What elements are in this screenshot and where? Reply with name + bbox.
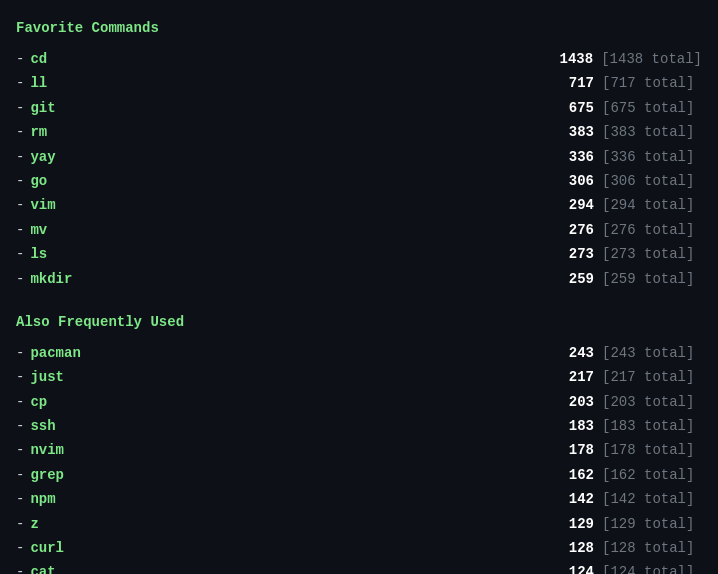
command-name: pacman	[30, 342, 544, 364]
dash-symbol: -	[16, 170, 24, 192]
also-frequently-used-title: Also Frequently Used	[16, 314, 702, 330]
dash-symbol: -	[16, 219, 24, 241]
dash-symbol: -	[16, 366, 24, 388]
dash-symbol: -	[16, 537, 24, 559]
command-total: [306 total]	[602, 170, 702, 192]
command-total: [243 total]	[602, 342, 702, 364]
table-row: -go306[306 total]	[16, 170, 702, 192]
command-count: 217	[544, 366, 594, 388]
table-row: -git675[675 total]	[16, 97, 702, 119]
command-name: git	[30, 97, 544, 119]
command-total: [717 total]	[602, 72, 702, 94]
table-row: -rm383[383 total]	[16, 121, 702, 143]
command-total: [294 total]	[602, 194, 702, 216]
command-count: 383	[544, 121, 594, 143]
table-row: -npm142[142 total]	[16, 488, 702, 510]
command-total: [1438 total]	[601, 48, 702, 70]
command-name: cp	[30, 391, 544, 413]
command-total: [124 total]	[602, 561, 702, 574]
dash-symbol: -	[16, 121, 24, 143]
favorite-commands-list: -cd1438[1438 total]-ll717[717 total]-git…	[16, 48, 702, 290]
dash-symbol: -	[16, 243, 24, 265]
command-count: 336	[544, 146, 594, 168]
command-count: 306	[544, 170, 594, 192]
also-section: Also Frequently Used -pacman243[243 tota…	[16, 314, 702, 574]
table-row: -mkdir259[259 total]	[16, 268, 702, 290]
command-total: [336 total]	[602, 146, 702, 168]
command-count: 129	[544, 513, 594, 535]
table-row: -nvim178[178 total]	[16, 439, 702, 461]
table-row: -z129[129 total]	[16, 513, 702, 535]
table-row: -mv276[276 total]	[16, 219, 702, 241]
dash-symbol: -	[16, 268, 24, 290]
command-count: 273	[544, 243, 594, 265]
table-row: -cp203[203 total]	[16, 391, 702, 413]
dash-symbol: -	[16, 464, 24, 486]
table-row: -ssh183[183 total]	[16, 415, 702, 437]
command-name: z	[30, 513, 544, 535]
table-row: -cat124[124 total]	[16, 561, 702, 574]
command-total: [383 total]	[602, 121, 702, 143]
command-name: npm	[30, 488, 544, 510]
dash-symbol: -	[16, 194, 24, 216]
command-total: [203 total]	[602, 391, 702, 413]
command-count: 276	[544, 219, 594, 241]
command-count: 717	[544, 72, 594, 94]
dash-symbol: -	[16, 415, 24, 437]
command-total: [675 total]	[602, 97, 702, 119]
command-name: ssh	[30, 415, 544, 437]
command-total: [128 total]	[602, 537, 702, 559]
dash-symbol: -	[16, 513, 24, 535]
command-name: go	[30, 170, 544, 192]
dash-symbol: -	[16, 439, 24, 461]
command-name: cat	[30, 561, 544, 574]
dash-symbol: -	[16, 342, 24, 364]
command-name: mkdir	[30, 268, 544, 290]
command-name: just	[30, 366, 544, 388]
command-name: cd	[30, 48, 543, 70]
command-name: nvim	[30, 439, 544, 461]
command-count: 259	[544, 268, 594, 290]
dash-symbol: -	[16, 146, 24, 168]
table-row: -grep162[162 total]	[16, 464, 702, 486]
dash-symbol: -	[16, 488, 24, 510]
table-row: -curl128[128 total]	[16, 537, 702, 559]
command-name: ls	[30, 243, 544, 265]
table-row: -pacman243[243 total]	[16, 342, 702, 364]
dash-symbol: -	[16, 391, 24, 413]
command-name: rm	[30, 121, 544, 143]
page-container: Favorite Commands -cd1438[1438 total]-ll…	[16, 20, 702, 574]
command-count: 675	[544, 97, 594, 119]
command-count: 178	[544, 439, 594, 461]
command-name: curl	[30, 537, 544, 559]
command-count: 294	[544, 194, 594, 216]
dash-symbol: -	[16, 72, 24, 94]
command-total: [273 total]	[602, 243, 702, 265]
table-row: -ll717[717 total]	[16, 72, 702, 94]
command-count: 203	[544, 391, 594, 413]
command-total: [162 total]	[602, 464, 702, 486]
command-count: 142	[544, 488, 594, 510]
table-row: -cd1438[1438 total]	[16, 48, 702, 70]
command-count: 124	[544, 561, 594, 574]
command-total: [259 total]	[602, 268, 702, 290]
command-total: [183 total]	[602, 415, 702, 437]
command-name: vim	[30, 194, 544, 216]
command-total: [217 total]	[602, 366, 702, 388]
command-total: [276 total]	[602, 219, 702, 241]
command-count: 162	[544, 464, 594, 486]
command-name: grep	[30, 464, 544, 486]
dash-symbol: -	[16, 561, 24, 574]
command-count: 1438	[543, 48, 593, 70]
command-count: 183	[544, 415, 594, 437]
command-count: 128	[544, 537, 594, 559]
table-row: -yay336[336 total]	[16, 146, 702, 168]
command-count: 243	[544, 342, 594, 364]
command-total: [178 total]	[602, 439, 702, 461]
command-total: [142 total]	[602, 488, 702, 510]
also-commands-list: -pacman243[243 total]-just217[217 total]…	[16, 342, 702, 574]
table-row: -vim294[294 total]	[16, 194, 702, 216]
dash-symbol: -	[16, 48, 24, 70]
command-name: ll	[30, 72, 544, 94]
table-row: -ls273[273 total]	[16, 243, 702, 265]
